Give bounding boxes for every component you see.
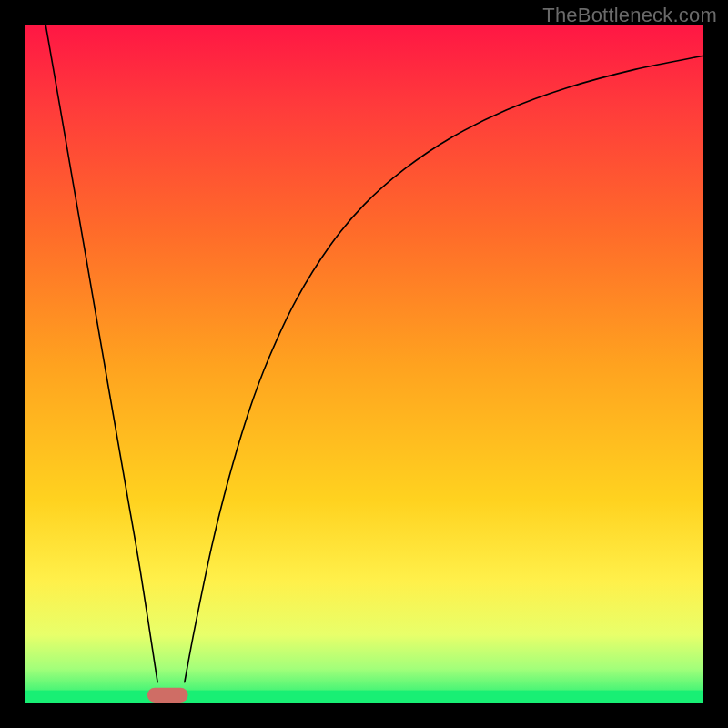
plot-background (25, 25, 703, 703)
bottleneck-chart (0, 0, 728, 728)
chart-frame: TheBottleneck.com (0, 0, 728, 728)
vertex-marker (147, 688, 188, 703)
watermark-text: TheBottleneck.com (542, 4, 717, 27)
bottom-green-band (25, 691, 703, 703)
